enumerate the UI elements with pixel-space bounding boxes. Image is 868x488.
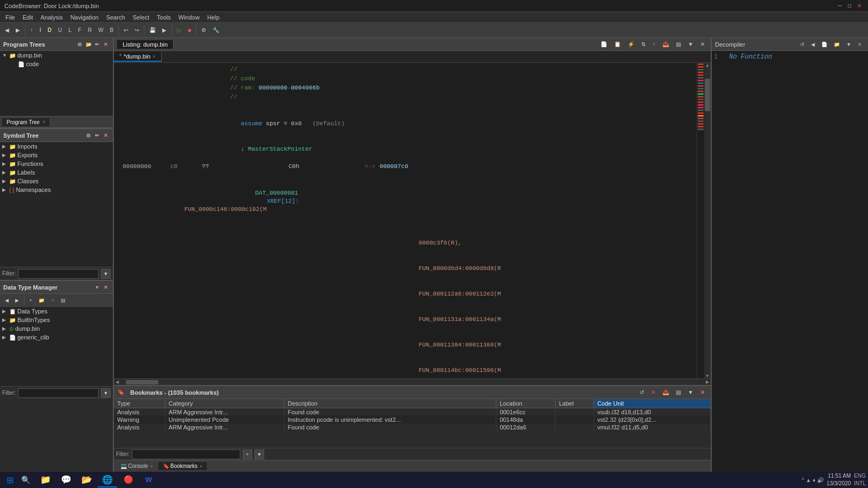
col-category[interactable]: Category: [165, 399, 284, 408]
tb-i[interactable]: I: [37, 24, 44, 36]
listing-h-scroll[interactable]: ◀ ▶: [114, 378, 711, 385]
menu-select[interactable]: Select: [130, 12, 153, 23]
lt-btn2[interactable]: 📋: [611, 38, 623, 50]
close-button[interactable]: ✕: [855, 2, 864, 10]
tb-d[interactable]: D: [45, 24, 54, 36]
nav-back-button[interactable]: ◀: [2, 24, 12, 36]
taskbar-app-chat[interactable]: 💬: [56, 472, 76, 487]
menu-edit[interactable]: Edit: [20, 12, 36, 23]
dtm-btn3[interactable]: ×: [48, 294, 56, 306]
bm-row-1[interactable]: Analysis ARM Aggressive Intr... Found co…: [114, 408, 711, 416]
bm-row-2[interactable]: Warning Unimplemented Pcode Instruction …: [114, 416, 711, 423]
pt-icon3[interactable]: ✏: [93, 41, 101, 48]
dtm-item-builtintypes[interactable]: ▶ 📁 BuiltInTypes: [0, 316, 113, 324]
tb-more1[interactable]: ⚙: [199, 24, 209, 36]
bm-filter-add[interactable]: +: [242, 450, 252, 459]
taskbar-app-fileexplorer[interactable]: 📁: [36, 472, 55, 487]
lt-close[interactable]: ✕: [698, 38, 707, 50]
bm-filter-dropdown[interactable]: ▼: [254, 450, 264, 459]
menu-window[interactable]: Window: [175, 12, 203, 23]
listing-scrollbar[interactable]: ▲ ▼: [704, 63, 711, 378]
menu-help[interactable]: Help: [204, 12, 223, 23]
lt-btn8[interactable]: ▼: [685, 38, 696, 50]
dtm-close[interactable]: ✕: [102, 284, 110, 291]
menu-search[interactable]: Search: [103, 12, 129, 23]
taskbar-app-folder[interactable]: 📂: [77, 472, 97, 487]
h-scroll-thumb[interactable]: [126, 380, 158, 384]
dtm-icon1[interactable]: ▼: [93, 284, 101, 291]
tb-more2[interactable]: 🔧: [210, 24, 222, 36]
dtm-nav-back[interactable]: ◀: [2, 294, 11, 306]
scroll-thumb[interactable]: [705, 79, 710, 111]
h-scroll-left[interactable]: ◀: [114, 380, 120, 384]
tree-item-functions[interactable]: ▶ 📁 Functions: [0, 159, 113, 168]
col-type[interactable]: Type: [114, 399, 165, 408]
lt-btn5[interactable]: ↑: [650, 38, 658, 50]
dc-btn3[interactable]: 📁: [831, 38, 843, 50]
col-codeunit[interactable]: Code Unit: [593, 399, 710, 408]
symbol-filter-btn[interactable]: ▼: [101, 269, 111, 279]
tree-item-dumpbin[interactable]: ▼ 📁 dump.bin: [0, 51, 113, 60]
nav-fwd-button[interactable]: ▶: [13, 24, 23, 36]
tb-debug[interactable]: ▷: [174, 24, 184, 36]
scroll-down-arrow[interactable]: ▼: [705, 374, 710, 378]
lt-btn7[interactable]: ▤: [673, 38, 684, 50]
tree-item-exports[interactable]: ▶ 📁 Exports: [0, 151, 113, 159]
lt-btn3[interactable]: ⚡: [625, 38, 637, 50]
tb-redo[interactable]: ↪: [132, 24, 142, 36]
col-label[interactable]: Label: [556, 399, 593, 408]
bm-minimize[interactable]: ▼: [685, 387, 696, 399]
tree-item-classes[interactable]: ▶ 📁 Classes: [0, 177, 113, 185]
tab-program-tree[interactable]: Program Tree ×: [2, 118, 49, 126]
col-location[interactable]: Location: [496, 399, 556, 408]
st-icon1[interactable]: ⊞: [85, 132, 92, 139]
taskbar-search[interactable]: 🔍: [18, 473, 33, 487]
bm-row-3[interactable]: Analysis ARM Aggressive Intr... Found co…: [114, 423, 711, 431]
bm-list[interactable]: ▤: [673, 387, 684, 399]
st-close[interactable]: ✕: [102, 132, 110, 139]
tb-arrow[interactable]: ↑: [28, 24, 36, 36]
menu-file[interactable]: File: [2, 12, 18, 23]
menu-tools[interactable]: Tools: [154, 12, 174, 23]
dtm-item-genericclib[interactable]: ▶ 📄 generic_clib: [0, 333, 113, 342]
tb-undo[interactable]: ↩: [121, 24, 131, 36]
tree-item-code[interactable]: 📄 code: [0, 60, 113, 68]
dtm-filter-input[interactable]: [18, 388, 99, 398]
tab-dumpbin[interactable]: * *dump.bin ×: [114, 52, 162, 62]
taskbar-app-browser[interactable]: 🌐: [98, 472, 117, 487]
dtm-item-dumpbin[interactable]: ▶ ⊙ dump.bin: [0, 324, 113, 333]
tb-b[interactable]: B: [107, 24, 117, 36]
pt-close[interactable]: ✕: [102, 41, 110, 48]
listing-content[interactable]: // // code // ram: 00000000-0004066b //: [114, 63, 697, 378]
st-icon2[interactable]: ✏: [93, 132, 101, 139]
tree-item-labels[interactable]: ▶ 📁 Labels: [0, 168, 113, 177]
bm-refresh[interactable]: ↺: [637, 387, 647, 399]
menu-navigation[interactable]: Navigation: [67, 12, 102, 23]
tb-r[interactable]: R: [85, 24, 94, 36]
dc-btn2[interactable]: 📄: [819, 38, 830, 50]
menu-analysis[interactable]: Analysis: [37, 12, 66, 23]
tb-f[interactable]: F: [75, 24, 84, 36]
col-description[interactable]: Description: [284, 399, 496, 408]
lt-btn1[interactable]: 📄: [598, 38, 610, 50]
tab-console[interactable]: 💻 Console ×: [116, 462, 157, 470]
tb-run[interactable]: ▶: [159, 24, 169, 36]
taskbar-app-word[interactable]: W: [139, 472, 158, 487]
bm-export[interactable]: 📤: [660, 387, 672, 399]
bm-close[interactable]: ✕: [698, 387, 707, 399]
h-scroll-track[interactable]: [120, 380, 704, 384]
pt-icon2[interactable]: 📂: [85, 41, 92, 48]
tb-stop[interactable]: ■: [185, 24, 194, 36]
bm-delete[interactable]: ✕: [648, 387, 658, 399]
scroll-up-arrow[interactable]: ▲: [705, 63, 710, 68]
console-close[interactable]: ×: [150, 464, 153, 469]
dtm-btn1[interactable]: +: [27, 294, 35, 306]
dc-dropdown[interactable]: ▼: [844, 38, 854, 50]
symbol-filter-input[interactable]: [18, 269, 99, 279]
pt-icon1[interactable]: ⊞: [76, 41, 84, 48]
tb-l[interactable]: L: [66, 24, 74, 36]
dc-close[interactable]: ✕: [855, 38, 865, 50]
dc-refresh[interactable]: ↺: [797, 38, 807, 50]
tb-save[interactable]: 💾: [146, 24, 158, 36]
tab-dumpbin-close[interactable]: ×: [152, 54, 155, 59]
